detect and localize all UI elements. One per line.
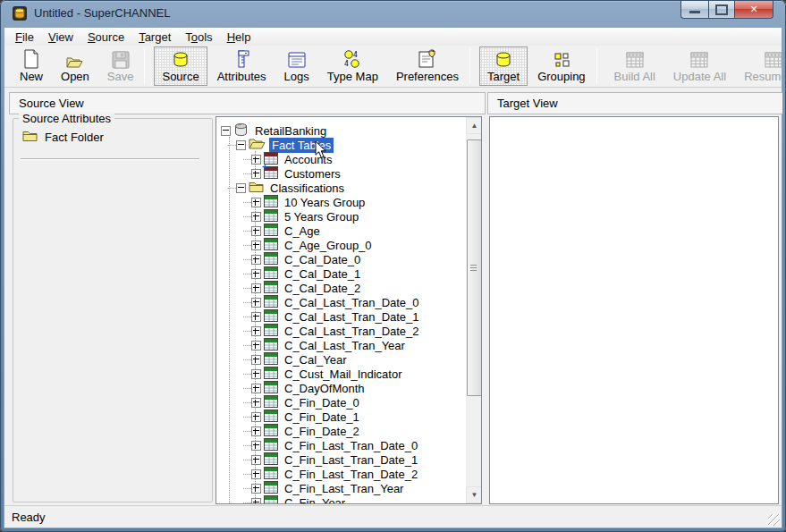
tree-item-c-cal-date-1[interactable]: C_Cal_Date_1: [216, 266, 363, 281]
expand-icon[interactable]: [251, 255, 261, 265]
tree-item-c-fin-year[interactable]: C_Fin_Year: [216, 495, 348, 503]
preferences-button[interactable]: Preferences: [388, 46, 467, 86]
tree-item-fact-tables[interactable]: Fact Tables: [216, 138, 334, 152]
tree-item-c-age[interactable]: C_Age: [216, 224, 323, 238]
tree-item-c-cust-mail-indicator[interactable]: C_Cust_Mail_Indicator: [216, 367, 405, 381]
tree-item-label[interactable]: 5 Years Group: [282, 209, 361, 224]
expand-icon[interactable]: [251, 212, 261, 222]
expand-icon[interactable]: [251, 455, 261, 465]
tree-item-label[interactable]: C_Cal_Last_Tran_Year: [282, 338, 408, 353]
tree-item-c-cal-last-tran-year[interactable]: C_Cal_Last_Tran_Year: [216, 338, 408, 352]
tree-item-c-cal-date-2[interactable]: C_Cal_Date_2: [216, 281, 363, 295]
tree-item-label[interactable]: C_Age_Group_0: [282, 238, 375, 253]
scrollbar-thumb[interactable]: [467, 139, 482, 396]
tree-item-label[interactable]: C_Fin_Date_0: [282, 395, 362, 410]
tree-item-c-fin-last-tran-date-0[interactable]: C_Fin_Last_Tran_Date_0: [216, 438, 420, 452]
tree-item-c-cal-last-tran-date-2[interactable]: C_Cal_Last_Tran_Date_2: [216, 324, 422, 338]
source-button[interactable]: Source: [154, 46, 207, 86]
source-attribute-fact-folder[interactable]: Fact Folder: [22, 130, 104, 145]
grouping-button[interactable]: Grouping: [529, 46, 593, 86]
scroll-up-button[interactable]: ▲: [466, 117, 482, 134]
tree-item-c-fin-last-tran-year[interactable]: C_Fin_Last_Tran_Year: [216, 481, 406, 495]
expand-icon[interactable]: [251, 426, 261, 436]
menu-source[interactable]: Source: [80, 29, 131, 46]
tree-item-c-cal-last-tran-date-1[interactable]: C_Cal_Last_Tran_Date_1: [216, 309, 422, 324]
close-button[interactable]: ✕: [735, 1, 773, 19]
logs-button[interactable]: Logs: [276, 46, 317, 86]
menu-target[interactable]: Target: [131, 29, 178, 46]
tree-item-c-dayofmonth[interactable]: C_DayOfMonth: [216, 381, 368, 395]
tree-item-label[interactable]: C_Fin_Last_Tran_Date_2: [282, 467, 420, 482]
open-button[interactable]: Open: [53, 46, 97, 86]
expand-icon[interactable]: [251, 355, 261, 365]
minimize-button[interactable]: [680, 1, 708, 19]
tree-item-label[interactable]: C_Cal_Year: [282, 352, 350, 367]
tree-item-label[interactable]: C_Fin_Last_Tran_Date_0: [282, 438, 420, 453]
expand-icon[interactable]: [251, 369, 261, 379]
tree-item-label[interactable]: RetailBanking: [252, 123, 329, 139]
collapse-icon[interactable]: [236, 140, 246, 150]
tree-item-label[interactable]: C_Cal_Last_Tran_Date_1: [282, 309, 422, 325]
tree-item-customers[interactable]: +Customers: [216, 166, 343, 181]
tree-item-label[interactable]: C_Fin_Last_Tran_Year: [282, 481, 406, 496]
tree-item-c-fin-date-1[interactable]: C_Fin_Date_1: [216, 410, 362, 424]
tree-item-c-cal-year[interactable]: C_Cal_Year: [216, 352, 350, 367]
tree-item-label[interactable]: C_Fin_Last_Tran_Date_1: [282, 452, 420, 468]
tree-item-c-cal-last-tran-date-0[interactable]: C_Cal_Last_Tran_Date_0: [216, 295, 422, 309]
tree-item-label[interactable]: C_Cal_Last_Tran_Date_2: [282, 324, 422, 339]
tree-item-label[interactable]: 10 Years Group: [282, 195, 368, 210]
tree-item-label[interactable]: C_Fin_Date_2: [282, 424, 362, 439]
expand-icon[interactable]: [251, 341, 261, 350]
tree-item-label[interactable]: Accounts: [282, 152, 334, 167]
expand-icon[interactable]: [251, 398, 261, 408]
menu-file[interactable]: File: [8, 29, 41, 46]
tree-item-label[interactable]: C_Cal_Date_2: [282, 281, 363, 296]
tree-item-label[interactable]: C_Fin_Year: [282, 495, 348, 504]
tree-item-c-cal-date-0[interactable]: C_Cal_Date_0: [216, 252, 363, 266]
title-bar[interactable]: Untitled - SuperCHANNEL ✕: [0, 0, 786, 27]
expand-icon[interactable]: [251, 412, 261, 422]
tree-item-10-years-group[interactable]: 10 Years Group: [216, 195, 368, 209]
tree-item-classifications[interactable]: Classifications: [216, 181, 347, 195]
type-map-button[interactable]: 4 4 Type Map: [319, 46, 386, 86]
expand-icon[interactable]: [251, 226, 261, 236]
collapse-icon[interactable]: [221, 126, 231, 136]
tree-item-label[interactable]: C_Cal_Date_1: [282, 266, 363, 282]
expand-icon[interactable]: [251, 441, 261, 451]
tree-item-retailbanking[interactable]: RetailBanking: [216, 123, 329, 138]
new-button[interactable]: New: [12, 46, 51, 86]
expand-icon[interactable]: [251, 498, 261, 504]
tree-item-label[interactable]: C_Cust_Mail_Indicator: [282, 367, 405, 382]
tree-item-label[interactable]: C_Age: [282, 224, 323, 239]
expand-icon[interactable]: [251, 384, 261, 393]
tree-item-label[interactable]: Classifications: [267, 181, 347, 196]
tree-item-label[interactable]: C_Cal_Last_Tran_Date_0: [282, 295, 422, 310]
maximize-button[interactable]: [708, 1, 735, 19]
tree-item-label[interactable]: C_DayOfMonth: [282, 381, 368, 396]
menu-help[interactable]: Help: [220, 29, 258, 46]
tree-item-c-fin-date-0[interactable]: C_Fin_Date_0: [216, 395, 362, 410]
expand-icon[interactable]: [251, 169, 261, 179]
target-button[interactable]: Target: [479, 46, 528, 86]
tree-item-accounts[interactable]: Accounts: [216, 152, 334, 166]
attributes-button[interactable]: Attributes: [209, 46, 275, 86]
expand-icon[interactable]: [251, 241, 261, 250]
tree-item-c-fin-date-2[interactable]: C_Fin_Date_2: [216, 424, 362, 438]
expand-icon[interactable]: [251, 283, 261, 293]
expand-icon[interactable]: [251, 484, 261, 494]
expand-icon[interactable]: [251, 326, 261, 336]
tree-item-5-years-group[interactable]: 5 Years Group: [216, 209, 361, 224]
expand-icon[interactable]: [251, 469, 261, 479]
scroll-down-button[interactable]: ▼: [466, 486, 482, 503]
tree-scrollbar[interactable]: ▲ ▼: [466, 117, 481, 503]
expand-icon[interactable]: [251, 269, 261, 279]
tree-item-c-fin-last-tran-date-2[interactable]: C_Fin_Last_Tran_Date_2: [216, 467, 420, 481]
tree-item-c-age-group-0[interactable]: C_Age_Group_0: [216, 238, 375, 252]
tree-item-label[interactable]: C_Cal_Date_0: [282, 252, 363, 267]
expand-icon[interactable]: [251, 155, 261, 165]
tree-item-label[interactable]: Customers: [282, 166, 343, 182]
menu-view[interactable]: View: [41, 29, 80, 46]
tree-item-label[interactable]: Fact Tables: [269, 138, 334, 153]
collapse-icon[interactable]: [236, 183, 246, 193]
resize-grip[interactable]: [768, 514, 780, 526]
